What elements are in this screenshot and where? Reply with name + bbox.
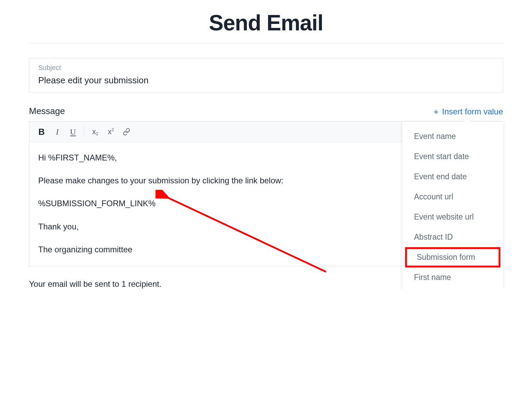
divider — [29, 43, 503, 44]
subscript-button[interactable]: x2 — [88, 125, 103, 139]
dropdown-item-abstract-id[interactable]: Abstract ID — [402, 227, 503, 247]
dropdown-item-event-start-date[interactable]: Event start date — [402, 146, 503, 167]
superscript-x: x — [108, 127, 112, 136]
subject-field-container: Subject — [29, 58, 503, 93]
subscript-x: x — [92, 127, 96, 136]
bold-button[interactable]: B — [34, 125, 49, 139]
dropdown-item-submission-form[interactable]: Submission form — [405, 247, 500, 267]
plus-icon: + — [433, 107, 439, 116]
insert-form-value-dropdown: Event nameEvent start dateEvent end date… — [402, 122, 503, 289]
subject-input[interactable] — [38, 75, 494, 86]
superscript-2: 2 — [112, 127, 114, 132]
dropdown-item-first-name[interactable]: First name — [402, 267, 503, 287]
message-editor: B I U x2 x2 Hi %FIRST_NAME%, Please make… — [29, 121, 503, 266]
page-title: Send Email — [29, 10, 503, 36]
toolbar-separator — [84, 127, 84, 137]
italic-button[interactable]: I — [50, 125, 65, 139]
message-label: Message — [29, 106, 65, 116]
insert-form-value-label: Insert form value — [442, 107, 503, 116]
dropdown-item-account-url[interactable]: Account url — [402, 187, 503, 207]
message-header-row: Message + Insert form value — [29, 106, 503, 116]
dropdown-item-event-website-url[interactable]: Event website url — [402, 207, 503, 227]
superscript-button[interactable]: x2 — [103, 125, 118, 139]
dropdown-item-event-name[interactable]: Event name — [402, 126, 503, 146]
dropdown-item-event-end-date[interactable]: Event end date — [402, 167, 503, 187]
link-button[interactable] — [119, 125, 134, 139]
subscript-2: 2 — [96, 131, 98, 136]
link-icon — [123, 128, 130, 136]
underline-button[interactable]: U — [65, 125, 80, 139]
subject-label: Subject — [38, 64, 494, 72]
insert-form-value-link[interactable]: + Insert form value — [433, 107, 503, 116]
